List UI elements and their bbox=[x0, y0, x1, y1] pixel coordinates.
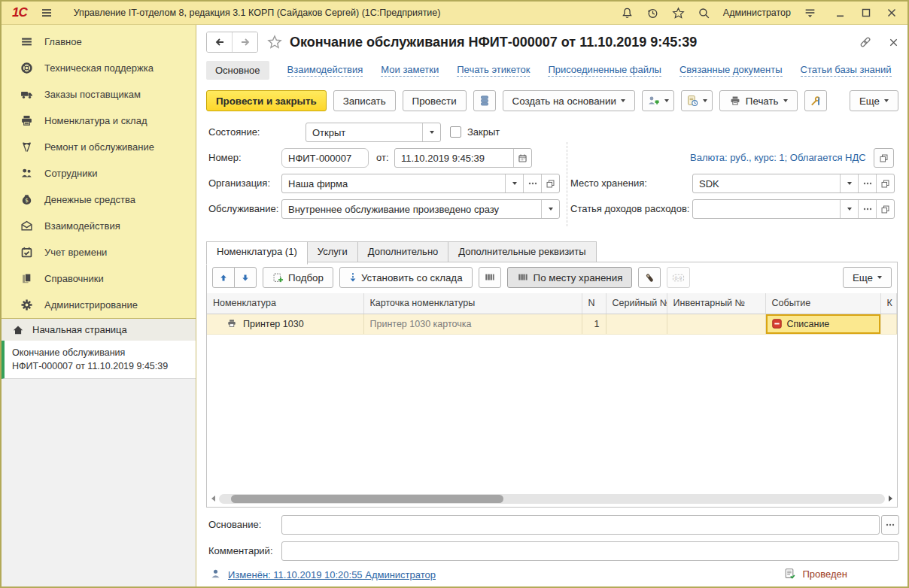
more-actions-button[interactable]: Еще bbox=[850, 90, 898, 111]
currency-link[interactable]: Валюта: руб., курс: 1; Облагается НДС bbox=[690, 152, 866, 163]
save-button[interactable]: Записать bbox=[333, 90, 396, 111]
minimize-icon[interactable] bbox=[835, 8, 846, 18]
storage-combobox[interactable]: SDK bbox=[692, 174, 895, 193]
main-menu-icon[interactable] bbox=[41, 7, 53, 19]
forward-arrow-icon[interactable] bbox=[232, 32, 257, 52]
cell-inventory[interactable] bbox=[667, 314, 765, 334]
col-n[interactable]: N bbox=[582, 293, 606, 314]
sidebar-item-remont[interactable]: Ремонт и обслуживание bbox=[2, 134, 196, 160]
expense-item-combobox[interactable] bbox=[692, 199, 895, 219]
tab-stati-bazy-znaniy[interactable]: Статьи базы знаний bbox=[801, 64, 892, 77]
digits-entry-button[interactable]: 0-9 bbox=[667, 267, 690, 288]
cell-k[interactable] bbox=[880, 314, 897, 334]
expense-choose-icon[interactable] bbox=[858, 200, 876, 218]
move-row-up-button[interactable] bbox=[212, 267, 235, 288]
pick-button[interactable]: Подбор bbox=[263, 267, 333, 288]
tab-osnovnoe[interactable]: Основное bbox=[206, 61, 269, 80]
organization-choose-icon[interactable] bbox=[523, 174, 541, 192]
cell-serial[interactable] bbox=[606, 314, 667, 334]
tab-prisoedinennye-fayly[interactable]: Присоединенные файлы bbox=[548, 64, 661, 77]
sidebar-item-zakazy[interactable]: Заказы поставщикам bbox=[2, 81, 196, 108]
barcode-scan-button[interactable] bbox=[479, 267, 501, 288]
history-icon[interactable] bbox=[646, 7, 659, 20]
notifications-bell-icon[interactable] bbox=[621, 7, 634, 20]
sidebar-item-administrirovanie[interactable]: Администрирование bbox=[2, 292, 196, 318]
search-icon[interactable] bbox=[698, 7, 710, 20]
tab-svyazannye-dokumenty[interactable]: Связанные документы bbox=[679, 64, 783, 77]
copy-link-icon[interactable] bbox=[859, 35, 872, 49]
grid-tab-dopolnitelno[interactable]: Дополнительно bbox=[357, 241, 449, 263]
grid-more-button[interactable]: Еще bbox=[843, 267, 892, 288]
basis-choose-button[interactable] bbox=[881, 515, 899, 535]
tab-moi-zametki[interactable]: Мои заметки bbox=[381, 64, 439, 77]
favorites-star-icon[interactable] bbox=[672, 7, 685, 20]
comment-field[interactable] bbox=[281, 541, 899, 561]
service-dropdown-icon[interactable] bbox=[541, 200, 559, 218]
calendar-icon[interactable] bbox=[513, 149, 531, 167]
col-card[interactable]: Карточка номенклатуры bbox=[363, 293, 582, 314]
expense-open-icon[interactable] bbox=[876, 200, 894, 218]
assign-responsible-button[interactable] bbox=[642, 90, 674, 111]
maximize-icon[interactable] bbox=[861, 8, 871, 18]
col-nomenclature[interactable]: Номенклатура bbox=[207, 293, 363, 314]
by-storage-toggle-button[interactable]: По месту хранения bbox=[507, 267, 633, 288]
state-dropdown-icon[interactable] bbox=[422, 123, 440, 141]
organization-dropdown-icon[interactable] bbox=[505, 174, 523, 192]
create-based-on-button[interactable]: Создать на основании bbox=[503, 90, 635, 111]
number-field[interactable] bbox=[281, 148, 369, 168]
scrollbar-track[interactable] bbox=[219, 494, 885, 504]
back-arrow-icon[interactable] bbox=[207, 32, 232, 52]
storage-open-icon[interactable] bbox=[876, 174, 894, 192]
sidebar-item-tech-podderzhka[interactable]: Техническая поддержка bbox=[2, 55, 196, 81]
expense-dropdown-icon[interactable] bbox=[840, 200, 858, 218]
settings-menu-icon[interactable] bbox=[804, 7, 816, 20]
cell-card[interactable]: Принтер 1030 карточка bbox=[363, 314, 582, 334]
cell-nomenclature[interactable]: Принтер 1030 bbox=[207, 314, 363, 334]
scanner-device-button[interactable] bbox=[638, 267, 661, 288]
tab-vzaimodeystviya[interactable]: Взаимодействия bbox=[287, 64, 363, 77]
current-user[interactable]: Администратор bbox=[723, 8, 791, 18]
storage-dropdown-icon[interactable] bbox=[840, 174, 858, 192]
date-field[interactable]: 11.10.2019 9:45:39 bbox=[394, 148, 532, 168]
col-event[interactable]: Событие bbox=[765, 293, 880, 314]
service-combobox[interactable]: Внутреннее обслуживание произведено сраз… bbox=[281, 199, 560, 219]
grid-tab-uslugi[interactable]: Услуги bbox=[307, 241, 358, 263]
post-button[interactable]: Провести bbox=[403, 90, 467, 111]
sidebar-item-sotrudniki[interactable]: Сотрудники bbox=[2, 160, 196, 186]
grid-tab-nomenklatura[interactable]: Номенклатура (1) bbox=[206, 241, 308, 265]
tab-pechat-etiketok[interactable]: Печать этикеток bbox=[457, 64, 530, 77]
cell-n[interactable]: 1 bbox=[582, 314, 606, 334]
sidebar-item-vzaimodeystviya[interactable]: Взаимодействия bbox=[2, 213, 196, 239]
sidebar-item-nomenklatura[interactable]: Номенклатура и склад bbox=[2, 108, 196, 134]
print-button[interactable]: Печать bbox=[719, 90, 798, 111]
close-document-icon[interactable] bbox=[889, 38, 898, 47]
close-window-icon[interactable] bbox=[886, 8, 897, 18]
storage-choose-icon[interactable] bbox=[858, 174, 876, 192]
currency-open-button[interactable] bbox=[874, 148, 894, 168]
sidebar-home-page[interactable]: Начальная страница bbox=[2, 318, 196, 341]
col-serial[interactable]: Серийный № bbox=[606, 293, 667, 314]
organization-open-icon[interactable] bbox=[541, 174, 559, 192]
sidebar-open-document-tab[interactable]: Окончание обслуживания НФИТ-000007 от 11… bbox=[2, 341, 196, 379]
move-row-down-button[interactable] bbox=[234, 267, 257, 288]
post-and-close-button[interactable]: Провести и закрыть bbox=[206, 90, 327, 111]
col-inventory[interactable]: Инвентарный № bbox=[667, 293, 765, 314]
sidebar-item-glavnoe[interactable]: Главное bbox=[2, 29, 196, 55]
service-tools-button[interactable] bbox=[804, 90, 827, 111]
grid-tab-dop-rekvizity[interactable]: Дополнительные реквизиты bbox=[448, 241, 596, 263]
modified-link[interactable]: Изменён: 11.10.2019 10:20:55 Администрат… bbox=[228, 569, 436, 580]
closed-checkbox[interactable] bbox=[450, 126, 461, 138]
table-row[interactable]: Принтер 1030 Принтер 1030 карточка 1 Спи… bbox=[207, 314, 897, 334]
scroll-right-icon[interactable] bbox=[889, 496, 892, 502]
set-from-stock-button[interactable]: Установить со склада bbox=[339, 267, 473, 288]
favorite-star-icon[interactable] bbox=[267, 35, 282, 50]
state-combobox[interactable]: Открыт bbox=[306, 123, 441, 142]
show-postings-button[interactable] bbox=[473, 90, 496, 111]
basis-field[interactable] bbox=[281, 515, 880, 535]
scrollbar-thumb[interactable] bbox=[231, 495, 503, 503]
organization-combobox[interactable]: Наша фирма bbox=[281, 174, 560, 193]
sidebar-item-uchet-vremeni[interactable]: Учет времени bbox=[2, 239, 196, 265]
scroll-left-icon[interactable] bbox=[211, 496, 215, 502]
sidebar-item-spravochniki[interactable]: Справочники bbox=[2, 265, 196, 292]
col-k[interactable]: К bbox=[880, 293, 897, 314]
